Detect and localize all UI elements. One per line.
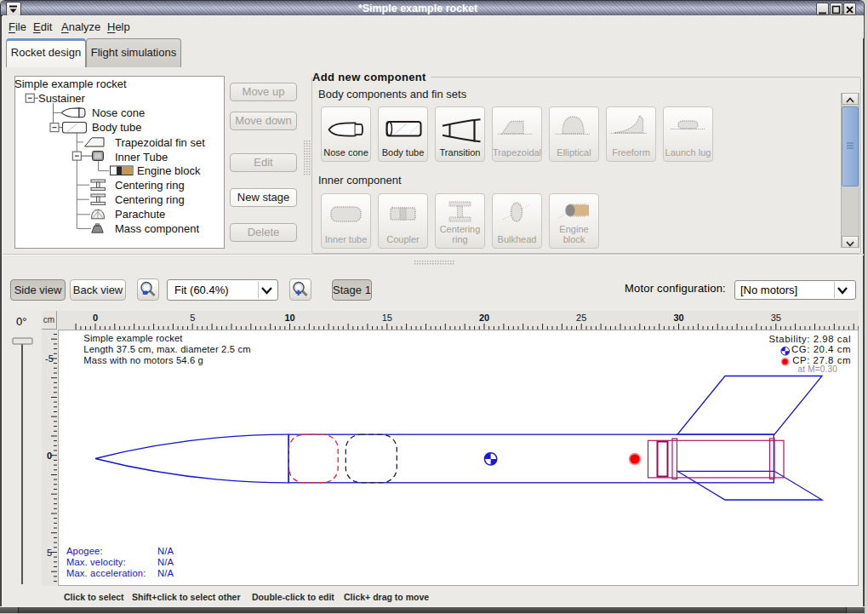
svg-text:at M=0.30: at M=0.30 [797, 364, 837, 374]
svg-text:Centering ring: Centering ring [115, 193, 185, 206]
svg-text:10: 10 [284, 313, 294, 323]
svg-text:5: 5 [47, 548, 52, 558]
svg-text:N/A: N/A [157, 557, 174, 567]
svg-text:20: 20 [479, 313, 489, 323]
svg-text:Apogee:: Apogee: [66, 546, 103, 556]
svg-text:N/A: N/A [157, 568, 174, 578]
svg-text:15: 15 [382, 313, 392, 323]
svg-text:Body tube: Body tube [92, 121, 142, 134]
svg-text:5: 5 [190, 313, 195, 323]
svg-text:Inner Tube: Inner Tube [115, 151, 168, 164]
svg-text:30: 30 [673, 313, 683, 323]
svg-text:-5: -5 [45, 353, 54, 364]
svg-text:0: 0 [93, 313, 98, 323]
svg-text:Nose cone: Nose cone [92, 106, 145, 119]
svg-text:Engine block: Engine block [137, 164, 201, 177]
svg-text:Max. velocity:: Max. velocity: [66, 557, 126, 567]
svg-text:35: 35 [771, 313, 781, 323]
svg-text:Mass component: Mass component [115, 222, 199, 235]
svg-text:Trapezoidal fin set: Trapezoidal fin set [115, 136, 205, 149]
svg-text:CG: 20.4 cm: CG: 20.4 cm [791, 344, 851, 354]
svg-text:Sustainer: Sustainer [38, 92, 86, 105]
svg-text:Parachute: Parachute [115, 208, 165, 221]
svg-text:Stability: 2.98 cal: Stability: 2.98 cal [768, 334, 851, 344]
svg-text:25: 25 [576, 313, 586, 323]
svg-text:Max. acceleration:: Max. acceleration: [66, 568, 146, 578]
svg-text:CP: 27.8 cm: CP: 27.8 cm [792, 355, 851, 365]
svg-text:Centering ring: Centering ring [115, 179, 185, 192]
svg-text:N/A: N/A [157, 546, 174, 556]
svg-text:Simple example rocket: Simple example rocket [15, 77, 127, 90]
svg-text:0: 0 [47, 450, 52, 461]
svg-text:Simple example rocket: Simple example rocket [83, 333, 183, 343]
svg-text:Length 37.5 cm, max. diameter: Length 37.5 cm, max. diameter 2.5 cm [83, 344, 250, 354]
svg-text:Mass with no motors 54.6 g: Mass with no motors 54.6 g [83, 355, 203, 365]
